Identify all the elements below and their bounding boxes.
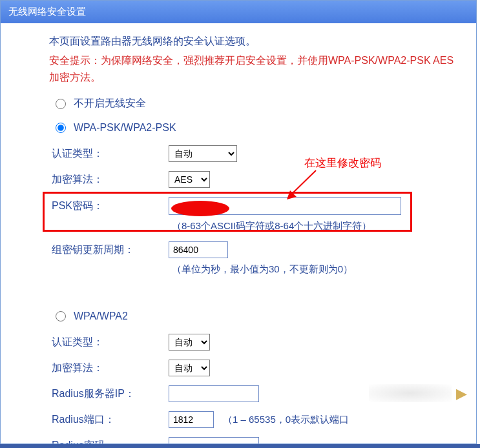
select-enc-algo[interactable]: AES: [169, 171, 210, 188]
interval-hint: （单位为秒，最小值为30，不更新则为0）: [172, 263, 457, 276]
intro-text: 本页面设置路由器无线网络的安全认证选项。: [49, 35, 457, 48]
option-disable[interactable]: 不开启无线安全: [56, 97, 457, 110]
label-radius-port: Radius端口：: [49, 413, 169, 427]
row-wpa-auth: 认证类型： 自动: [49, 334, 457, 351]
label-interval: 组密钥更新周期：: [49, 243, 169, 257]
option-wpapsk[interactable]: WPA-PSK/WPA2-PSK: [56, 122, 457, 134]
radio-wpa-label: WPA/WPA2: [74, 311, 128, 322]
input-group-key-interval[interactable]: [169, 241, 228, 258]
radius-port-hint: （1 – 65535，0表示默认端口: [223, 414, 349, 426]
input-radius-password[interactable]: [169, 437, 259, 444]
security-warning: 安全提示：为保障网络安全，强烈推荐开启安全设置，并使用WPA-PSK/WPA2-…: [49, 52, 457, 85]
radio-disable-label: 不开启无线安全: [74, 97, 146, 110]
label-psk: PSK密码：: [49, 199, 169, 213]
input-psk-password[interactable]: [169, 197, 401, 215]
label-radius-ip: Radius服务器IP：: [49, 387, 169, 401]
row-radius-port: Radius端口： （1 – 65535，0表示默认端口: [49, 411, 457, 428]
input-radius-port[interactable]: [169, 411, 214, 428]
label-radius-pwd: Radius密码：: [49, 439, 169, 444]
select-auth-type[interactable]: 自动: [169, 145, 237, 162]
option-wpa[interactable]: WPA/WPA2: [56, 311, 457, 322]
row-enc-algo: 加密算法： AES: [49, 171, 457, 188]
label-wpa-auth: 认证类型：: [49, 336, 169, 349]
label-auth-type: 认证类型：: [49, 147, 169, 161]
label-enc-algo: 加密算法：: [49, 173, 169, 187]
radio-wpapsk[interactable]: [56, 123, 66, 133]
window-title: 无线网络安全设置: [8, 6, 86, 17]
bottom-border: [0, 444, 480, 448]
row-radius-ip: Radius服务器IP：: [49, 385, 457, 402]
row-auth-type: 认证类型： 自动: [49, 145, 457, 162]
row-radius-pwd: Radius密码：: [49, 437, 457, 444]
row-wpa-enc: 加密算法： 自动: [49, 360, 457, 376]
select-wpa-auth[interactable]: 自动: [169, 334, 210, 351]
titlebar: 无线网络安全设置: [1, 1, 476, 23]
annotation-text: 在这里修改密码: [304, 156, 381, 170]
settings-window: 无线网络安全设置 本页面设置路由器无线网络的安全认证选项。 安全提示：为保障网络…: [0, 0, 477, 444]
select-wpa-enc[interactable]: 自动: [169, 360, 210, 376]
radio-wpapsk-label: WPA-PSK/WPA2-PSK: [74, 122, 176, 134]
psk-hint: （8-63个ASCII码字符或8-64个十六进制字符）: [172, 220, 457, 232]
radio-disable[interactable]: [56, 99, 66, 109]
input-radius-ip[interactable]: [169, 385, 259, 402]
row-psk: PSK密码：: [49, 197, 457, 215]
label-wpa-enc: 加密算法：: [49, 361, 169, 375]
row-interval: 组密钥更新周期：: [49, 241, 457, 258]
radio-wpa[interactable]: [56, 311, 66, 321]
next-page-chevron-icon[interactable]: ▶: [456, 385, 467, 402]
content-area: 本页面设置路由器无线网络的安全认证选项。 安全提示：为保障网络安全，强烈推荐开启…: [1, 23, 476, 444]
